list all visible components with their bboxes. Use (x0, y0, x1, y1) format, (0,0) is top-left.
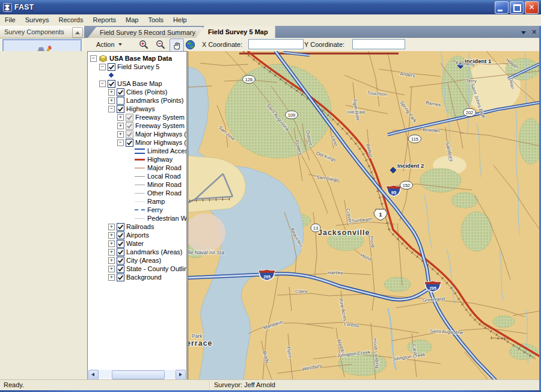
tree-node-state-county-outlines[interactable]: +State - County Outlines (88, 265, 186, 273)
collapse-box[interactable]: − (99, 81, 106, 87)
tree-node-pedestrian-way[interactable]: Pedestrian Way (88, 214, 186, 222)
menu-surveys[interactable]: Surveys (20, 14, 54, 26)
status-bar: Ready. Surveyor: Jeff Arnold (0, 379, 541, 390)
layer-checkbox[interactable] (117, 223, 124, 231)
tree-node-major-road[interactable]: Major Road (88, 164, 186, 172)
restore-button[interactable] (510, 1, 524, 14)
tree-node-landmarks-areas[interactable]: +Landmarks (Areas) (88, 248, 186, 256)
layer-checkbox[interactable] (126, 122, 133, 130)
svg-text:errace: errace (188, 339, 213, 348)
tree-node-cities-points[interactable]: +Cities (Points) (88, 88, 186, 96)
tree-node-field-survey-5[interactable]: −Field Survey 5 (88, 63, 186, 71)
tree-node-label: Railroads (126, 223, 154, 230)
map-viewport[interactable]: 95295295120211512610915213Incident 1Inci… (188, 51, 539, 380)
minimize-button[interactable] (495, 1, 509, 14)
tree-node-ferry[interactable]: Ferry (88, 206, 186, 214)
layer-checkbox[interactable] (126, 130, 133, 138)
expand-box[interactable]: + (108, 240, 115, 247)
y-coordinate-input[interactable] (352, 39, 405, 49)
expand-box[interactable]: + (108, 89, 115, 96)
tree-node-label: Minor Road (147, 181, 182, 188)
tab-record-summary[interactable]: Field Survey 5 Record Summary (88, 27, 203, 38)
expand-box[interactable]: + (108, 232, 115, 239)
expand-box[interactable]: + (108, 97, 115, 104)
tree-node-label: Ferry (147, 206, 163, 213)
menu-help[interactable]: Help (168, 14, 192, 26)
expand-box[interactable]: + (117, 131, 124, 138)
collapse-box[interactable]: − (90, 55, 97, 62)
collapse-box[interactable]: − (99, 64, 106, 70)
tree-node-railroads[interactable]: +Railroads (88, 222, 186, 231)
tree-node-point-symbol[interactable] (88, 71, 186, 79)
scroll-right-arrow[interactable] (176, 370, 186, 380)
tree-node-usa-base-map-data[interactable]: −USA Base Map Data (88, 54, 186, 63)
expand-box[interactable]: + (117, 114, 124, 121)
tab-map[interactable]: Field Survey 5 Map (196, 26, 275, 38)
zoom-in-button[interactable] (137, 38, 150, 51)
tree-node-highways[interactable]: −Highways (88, 105, 186, 113)
tree-node-water[interactable]: +Water (88, 239, 186, 248)
expand-box[interactable]: + (108, 257, 115, 264)
collapse-box[interactable]: − (108, 106, 115, 112)
tree-node-limited-access[interactable]: Limited Access (88, 147, 186, 155)
tree-node-label: USA Base Map (117, 80, 162, 87)
svg-text:Park: Park (192, 333, 203, 339)
expand-box[interactable]: + (117, 123, 124, 129)
expand-box[interactable]: + (108, 224, 115, 230)
menu-records[interactable]: Records (53, 14, 88, 26)
state-route-shield-126: 126 (243, 75, 255, 84)
tree-node-airports[interactable]: +Airports (88, 231, 186, 239)
scroll-left-arrow[interactable] (88, 370, 99, 380)
layer-checkbox[interactable] (117, 231, 124, 239)
layer-checkbox[interactable] (126, 114, 133, 121)
tree-node-minor-road[interactable]: Minor Road (88, 180, 186, 189)
survey-components-header[interactable]: Survey Components (0, 26, 84, 38)
expand-box[interactable]: + (108, 274, 115, 281)
scrollbar-thumb[interactable] (112, 370, 165, 379)
action-menu-button[interactable]: Action (93, 40, 123, 49)
layer-checkbox[interactable] (117, 257, 124, 265)
pan-button[interactable] (170, 38, 184, 52)
tree-node-major-highways-re[interactable]: +Major Highways (Re (88, 130, 186, 138)
legend-swatch-limited (135, 149, 145, 154)
tab-close-button[interactable]: ✕ (530, 28, 538, 36)
close-button[interactable]: ✕ (525, 1, 539, 14)
layer-checkbox[interactable] (117, 274, 124, 281)
layer-checkbox[interactable] (108, 80, 115, 88)
scroll-up-button[interactable] (72, 27, 83, 38)
expand-box[interactable]: + (108, 266, 115, 272)
tree-node-label: Pedestrian Way (147, 215, 186, 222)
tree-node-city-areas[interactable]: +City (Areas) (88, 256, 186, 265)
tree-node-minor-highways-re[interactable]: −Minor Highways (Re (88, 138, 186, 147)
legend-swatch-ped (135, 218, 145, 219)
x-coordinate-input[interactable] (248, 39, 304, 49)
collapse-box[interactable]: − (117, 139, 124, 146)
full-extent-button[interactable] (183, 38, 197, 51)
layer-checkbox[interactable] (117, 97, 124, 105)
tree-node-local-road[interactable]: Local Road (88, 172, 186, 180)
layer-checkbox[interactable] (108, 63, 115, 71)
menu-file[interactable]: File (0, 14, 20, 26)
layer-checkbox[interactable] (126, 139, 133, 147)
layer-checkbox[interactable] (117, 88, 124, 96)
tree-node-freeway-system-s[interactable]: +Freeway System (S (88, 121, 186, 130)
layer-checkbox[interactable] (117, 265, 124, 273)
tree-node-usa-base-map[interactable]: −USA Base Map (88, 79, 186, 88)
expand-box[interactable]: + (108, 249, 115, 256)
tree-node-background[interactable]: +Background (88, 273, 186, 281)
layer-checkbox[interactable] (117, 240, 124, 248)
tree-node-landmarks-points[interactable]: +Landmarks (Points) (88, 96, 186, 105)
tree-node-highway[interactable]: Highway (88, 155, 186, 164)
menu-map[interactable]: Map (121, 14, 143, 26)
tree-node-ramp[interactable]: Ramp (88, 197, 186, 206)
zoom-out-button[interactable] (154, 38, 167, 51)
layer-checkbox[interactable] (117, 248, 124, 256)
layer-checkbox[interactable] (117, 105, 124, 113)
tree-node-other-road[interactable]: Other Road (88, 189, 186, 197)
title-bar[interactable]: FAST ✕ (0, 0, 541, 14)
tree-node-freeway-system-n[interactable]: +Freeway System (N (88, 113, 186, 121)
tab-list-button[interactable] (520, 28, 528, 36)
tree-horizontal-scrollbar[interactable] (88, 370, 186, 379)
menu-tools[interactable]: Tools (143, 14, 168, 26)
menu-reports[interactable]: Reports (88, 14, 121, 26)
